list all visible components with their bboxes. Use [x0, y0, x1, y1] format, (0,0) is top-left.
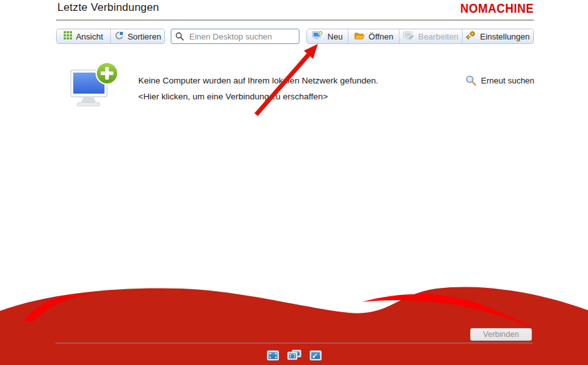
rescan-button[interactable]: Erneut suchen: [466, 75, 534, 86]
scale-window-icon[interactable]: [310, 350, 322, 363]
grid-view-icon: [64, 31, 72, 41]
empty-network-message: Keine Computer wurden auf Ihrem lokalen …: [138, 76, 378, 85]
toolbar-right-group: Neu Öffnen Bearbeiten: [306, 29, 534, 44]
magnifier-icon: [466, 75, 477, 86]
multi-display-icon[interactable]: [287, 350, 301, 363]
toolbar-left-group: Ansicht Sortieren: [56, 29, 165, 44]
view-button-label: Ansicht: [76, 32, 103, 41]
new-connection-button[interactable]: Neu: [307, 29, 348, 43]
open-folder-icon: [354, 31, 365, 42]
settings-button[interactable]: Einstellungen: [462, 29, 533, 43]
search-box[interactable]: [171, 29, 299, 44]
settings-button-label: Einstellungen: [480, 32, 529, 41]
sort-icon: [114, 31, 124, 42]
new-monitor-plus-icon: [312, 31, 324, 42]
add-computer-illustration[interactable]: [68, 59, 122, 111]
header-divider: [56, 20, 534, 20]
sort-button-label: Sortieren: [127, 32, 161, 41]
search-icon: [175, 32, 184, 41]
edit-monitor-pencil-icon: [403, 31, 415, 42]
nomachine-logo: NOMACHINE: [461, 2, 534, 17]
gears-icon: [466, 31, 476, 42]
edit-connection-button: Bearbeiten: [399, 29, 462, 43]
create-connection-hint[interactable]: <Hier klicken, um eine Verbindung zu ers…: [138, 92, 328, 101]
rescan-label: Erneut suchen: [481, 76, 534, 85]
fullscreen-icon[interactable]: [267, 350, 279, 363]
page-title: Letzte Verbindungen: [57, 1, 159, 14]
new-button-label: Neu: [327, 32, 343, 41]
open-connection-button[interactable]: Öffnen: [348, 29, 399, 43]
open-button-label: Öffnen: [369, 32, 394, 41]
search-input[interactable]: [188, 31, 303, 42]
connect-button: Verbinden: [470, 328, 532, 341]
footer-divider: [55, 343, 533, 343]
sort-button[interactable]: Sortieren: [110, 29, 164, 43]
edit-button-label: Bearbeiten: [419, 32, 459, 41]
footer-icon-bar: [267, 350, 322, 363]
view-button[interactable]: Ansicht: [57, 29, 110, 43]
